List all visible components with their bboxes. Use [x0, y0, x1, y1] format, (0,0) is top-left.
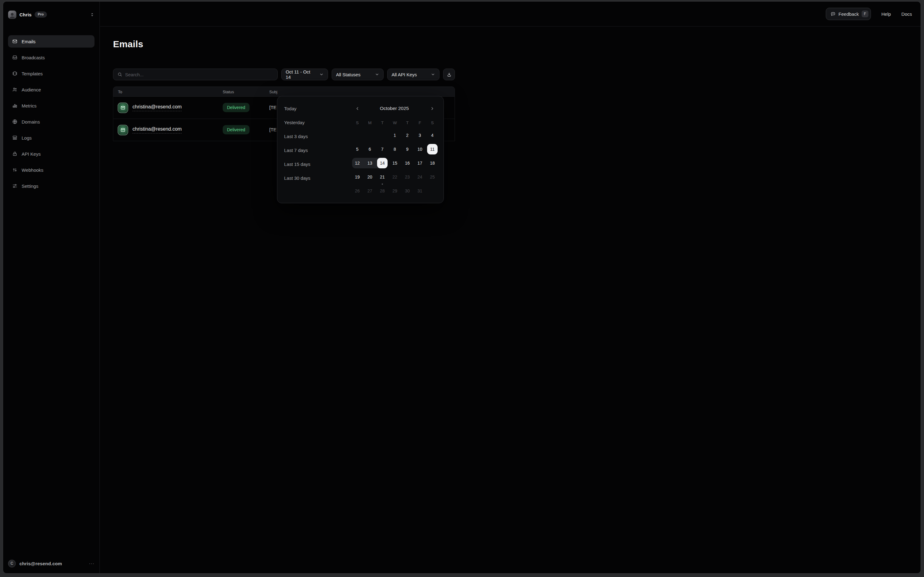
- preset-last-7-days[interactable]: Last 7 days: [283, 145, 342, 155]
- sidebar-item-audience[interactable]: Audience: [8, 84, 95, 96]
- calendar-day-9[interactable]: 9: [402, 144, 412, 155]
- lock-icon: [12, 151, 18, 156]
- prev-month-button[interactable]: [353, 105, 361, 113]
- api-keys-filter[interactable]: All API Keys: [387, 69, 439, 80]
- calendar-day-10[interactable]: 10: [415, 144, 425, 155]
- sidebar-item-label: Audience: [22, 87, 41, 92]
- email-envelope-icon: [118, 125, 128, 135]
- sidebar-item-label: Webhooks: [22, 168, 43, 172]
- preset-yesterday[interactable]: Yesterday: [283, 117, 342, 127]
- column-header-to: To: [118, 90, 122, 94]
- calendar-day-17[interactable]: 17: [415, 158, 425, 168]
- preset-last-15-days[interactable]: Last 15 days: [283, 159, 342, 169]
- calendar-day-31: 31: [415, 185, 425, 196]
- next-month-button[interactable]: [428, 105, 436, 113]
- calendar-day-30: 30: [402, 185, 412, 196]
- today-indicator-dot: [382, 184, 383, 185]
- plan-badge: Pro: [35, 11, 47, 18]
- sidebar-item-label: Domains: [22, 119, 40, 124]
- day-of-week-header: W: [390, 121, 400, 125]
- metrics-icon: [12, 103, 18, 108]
- calendar-day-8[interactable]: 8: [390, 144, 400, 155]
- calendar-day-4[interactable]: 4: [427, 130, 438, 140]
- audience-icon: [12, 87, 18, 92]
- calendar-day-26: 26: [352, 185, 362, 196]
- day-of-week-header: S: [352, 121, 362, 125]
- email-subject: [TE: [269, 105, 276, 110]
- calendar-day-6[interactable]: 6: [365, 144, 375, 155]
- sidebar-item-broadcasts[interactable]: Broadcasts: [8, 51, 95, 64]
- date-range-filter[interactable]: Oct 11 - Oct 14: [281, 69, 328, 80]
- inbox-icon: [12, 55, 18, 60]
- email-subject: [TE: [269, 127, 276, 132]
- recipient-email[interactable]: christina@resend.com: [132, 104, 182, 111]
- page-title: Emails: [113, 39, 462, 50]
- workspace-switcher[interactable]: Chris Pro: [8, 8, 95, 21]
- logs-icon: [12, 135, 18, 140]
- column-header-subject: Subj: [269, 90, 277, 94]
- chevron-up-down-icon: [90, 12, 95, 17]
- sidebar-nav: EmailsBroadcastsTemplatesAudienceMetrics…: [3, 35, 100, 192]
- preset-last-3-days[interactable]: Last 3 days: [283, 131, 342, 142]
- sidebar-item-label: Settings: [22, 184, 38, 189]
- filters-row: Oct 11 - Oct 14 All Statuses All API Key…: [113, 69, 455, 80]
- calendar-day-29: 29: [390, 185, 400, 196]
- calendar-day-5[interactable]: 5: [352, 144, 362, 155]
- calendar-day-19[interactable]: 19: [352, 172, 362, 182]
- sidebar-item-templates[interactable]: Templates: [8, 67, 95, 80]
- calendar-month-label: October 2025: [367, 105, 422, 112]
- download-icon: [447, 72, 452, 77]
- date-picker-popover: TodayYesterdayLast 3 daysLast 7 daysLast…: [277, 96, 444, 203]
- sidebar-item-webhooks[interactable]: Webhooks: [8, 164, 95, 176]
- recipient-email[interactable]: christina@resend.com: [132, 126, 182, 134]
- export-button[interactable]: [443, 69, 455, 80]
- main-area: Feedback F Help Docs Emails Oct 11 -: [100, 2, 462, 288]
- topbar: Feedback F Help Docs: [100, 2, 462, 27]
- sidebar-item-label: Templates: [22, 71, 43, 76]
- calendar-day-18[interactable]: 18: [427, 158, 438, 168]
- day-of-week-header: F: [415, 121, 425, 125]
- sidebar-item-label: Metrics: [22, 103, 37, 108]
- sidebar-item-settings[interactable]: Settings: [8, 180, 95, 192]
- calendar-day-20[interactable]: 20: [365, 172, 375, 182]
- calendar-day-15[interactable]: 15: [390, 158, 400, 168]
- calendar-day-3[interactable]: 3: [415, 130, 425, 140]
- preset-today[interactable]: Today: [283, 103, 342, 114]
- sidebar-item-label: API Keys: [22, 152, 41, 156]
- workspace-name: Chris: [19, 12, 32, 17]
- search-icon: [118, 72, 122, 77]
- calendar-day-23: 23: [402, 172, 412, 182]
- calendar-day-25: 25: [427, 172, 438, 182]
- calendar-day-2[interactable]: 2: [402, 130, 412, 140]
- calendar-day-14[interactable]: 14: [377, 158, 388, 168]
- chevron-down-icon: [319, 72, 324, 77]
- calendar-day-7[interactable]: 7: [377, 144, 388, 155]
- chevron-down-icon: [375, 72, 379, 77]
- preset-last-30-days[interactable]: Last 30 days: [283, 172, 342, 183]
- sidebar-item-emails[interactable]: Emails: [8, 35, 95, 48]
- calendar-day-27: 27: [365, 185, 375, 196]
- calendar-day-13[interactable]: 13: [365, 158, 375, 168]
- search-input[interactable]: [125, 72, 273, 77]
- sidebar-item-metrics[interactable]: Metrics: [8, 100, 95, 112]
- sidebar-item-api-keys[interactable]: API Keys: [8, 148, 95, 160]
- calendar-day-1[interactable]: 1: [390, 130, 400, 140]
- calendar-day-12[interactable]: 12: [352, 158, 362, 168]
- calendar-day-11[interactable]: 11: [427, 144, 438, 155]
- templates-icon: [12, 71, 18, 76]
- chevron-down-icon: [431, 72, 435, 77]
- status-filter-label: All Statuses: [336, 72, 361, 77]
- column-header-status: Status: [223, 90, 234, 94]
- day-of-week-header: S: [427, 121, 438, 125]
- api-keys-filter-label: All API Keys: [391, 72, 417, 77]
- workspace-avatar: [8, 11, 16, 19]
- day-of-week-header: T: [377, 121, 388, 125]
- status-badge: Delivered: [223, 125, 250, 134]
- calendar-day-16[interactable]: 16: [402, 158, 412, 168]
- calendar-day-21[interactable]: 21: [377, 172, 388, 182]
- status-filter[interactable]: All Statuses: [332, 69, 383, 80]
- email-envelope-icon: [118, 103, 128, 113]
- sidebar-item-domains[interactable]: Domains: [8, 116, 95, 128]
- sidebar: Chris Pro EmailsBroadcastsTemplatesAudie…: [3, 2, 100, 288]
- sidebar-item-logs[interactable]: Logs: [8, 132, 95, 144]
